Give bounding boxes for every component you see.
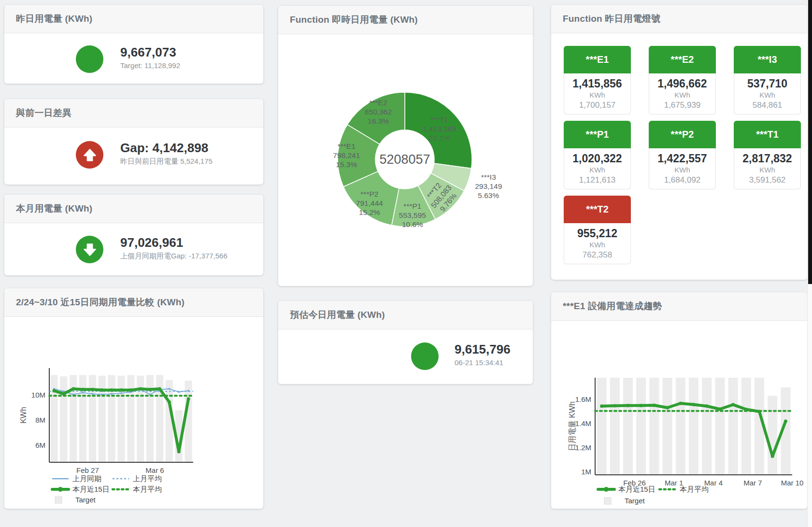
device-tile-body: 1,415,856KWh1,700,157	[564, 73, 631, 114]
status-circle-green-icon	[76, 45, 103, 73]
svg-text:***P2: ***P2	[360, 190, 378, 198]
device-tile-body: 1,020,322KWh1,121,613	[564, 148, 631, 189]
device-tile-unit: KWh	[759, 90, 775, 100]
realtime-usage-donut-chart: ***T11,413,18327.1%***I3293,1495.63%***T…	[278, 33, 533, 285]
page-scrollbar-thumb[interactable]	[808, 0, 812, 284]
device-tile-unit: KWh	[674, 90, 690, 100]
svg-text:Mar 6: Mar 6	[145, 466, 164, 474]
card-month-header: 本月用電量 (KWh)	[4, 195, 263, 223]
day-gap-sub: 昨日與前日用電量 5,524,175	[120, 156, 213, 167]
device-tile-target: 584,861	[753, 100, 782, 111]
target-bar	[728, 378, 738, 475]
arrow-up-circle-icon	[76, 141, 103, 169]
target-bar	[676, 378, 685, 475]
target-bar	[610, 378, 620, 475]
svg-text:10.6%: 10.6%	[402, 220, 423, 228]
estimate-today-value: 9,615,796	[455, 342, 511, 356]
card-donut-header: Function 即時日用電量 (KWh)	[278, 6, 533, 34]
target-bar	[741, 378, 751, 475]
card-estimate-header: 預估今日用電量 (KWh)	[278, 301, 533, 329]
device-light-tiles: ***E11,415,856KWh1,700,157***E21,496,662…	[564, 46, 801, 264]
device-tile-unit: KWh	[589, 240, 605, 250]
svg-text:***E2: ***E2	[370, 99, 387, 107]
card-trend-header: ***E1 設備用電達成趨勢	[551, 292, 807, 321]
card-estimate-title: 預估今日用電量 (KWh)	[290, 309, 385, 321]
device-tile-target: 1,700,157	[579, 100, 616, 111]
legend-item[interactable]: 本月近15日	[52, 485, 110, 493]
yesterday-usage-target: Target: 11,128,992	[120, 60, 180, 71]
svg-text:Mar 7: Mar 7	[743, 479, 762, 487]
svg-text:15.3%: 15.3%	[336, 160, 357, 169]
legend-item[interactable]: Target	[604, 497, 645, 505]
card-lights-title: Function 昨日用電燈號	[563, 13, 660, 25]
svg-text:850,362: 850,362	[365, 108, 392, 116]
svg-text:1.2M: 1.2M	[575, 443, 591, 452]
device-tile-body: 955,212KWh762,358	[564, 223, 631, 264]
target-bar	[636, 378, 646, 475]
page-scrollbar-track[interactable]	[807, 0, 812, 527]
svg-text:***P1: ***P1	[403, 202, 421, 210]
device-tile-status-header: ***P2	[649, 121, 716, 148]
target-bar	[597, 378, 607, 475]
card-day-gap: 與前一日差異 Gap: 4,142,898 昨日與前日用電量 5,524,175	[4, 99, 263, 185]
legend-item[interactable]: 上月平均	[113, 474, 162, 483]
device-tile-value: 1,020,322	[572, 152, 622, 165]
device-tile-unit: KWh	[589, 90, 605, 100]
device-tile-T1: ***T12,817,832KWh3,591,562	[734, 121, 801, 189]
legend-item[interactable]: 上月同期	[52, 474, 101, 483]
device-tile-value: 2,817,832	[742, 152, 792, 165]
device-tile-status-header: ***T2	[564, 196, 631, 223]
compare-15d-chart: 6M8M10MFeb 27Mar 6KWh上月同期上月平均本月近15日本月平均T…	[4, 318, 263, 509]
svg-text:本月近15日: 本月近15日	[618, 485, 655, 493]
target-bar	[689, 378, 698, 475]
svg-text:6M: 6M	[35, 441, 45, 449]
svg-text:16.3%: 16.3%	[368, 117, 389, 125]
svg-text:293,149: 293,149	[475, 182, 502, 190]
device-tile-E2: ***E21,496,662KWh1,675,939	[649, 46, 716, 114]
device-tile-value: 1,496,662	[657, 77, 707, 90]
svg-text:Target: Target	[625, 497, 645, 505]
target-bar	[623, 378, 633, 475]
device-tile-body: 2,817,832KWh3,591,562	[734, 148, 801, 189]
card-yesterday-usage: 昨日用電量 (KWh) 9,667,073 Target: 11,128,992	[4, 5, 263, 84]
legend-item[interactable]: Target	[55, 496, 96, 504]
svg-text:791,444: 791,444	[356, 199, 383, 207]
svg-text:10M: 10M	[31, 391, 45, 399]
svg-text:15.2%: 15.2%	[359, 208, 380, 216]
card-day-gap-header: 與前一日差異	[4, 99, 263, 128]
legend-item[interactable]: 本月平均	[113, 485, 162, 493]
donut-center-total: 5208057	[379, 152, 430, 167]
card-trend-title: ***E1 設備用電達成趨勢	[563, 300, 662, 313]
svg-text:1.4M: 1.4M	[575, 419, 591, 427]
device-tile-target: 1,675,939	[664, 100, 701, 111]
svg-text:1.6M: 1.6M	[575, 395, 591, 403]
target-bar	[702, 378, 712, 475]
device-tile-unit: KWh	[759, 165, 775, 175]
svg-text:Target: Target	[75, 496, 96, 504]
device-tile-T2: ***T2955,212KWh762,358	[564, 196, 631, 264]
target-bar	[768, 396, 777, 475]
device-tile-P1: ***P11,020,322KWh1,121,613	[564, 121, 631, 189]
svg-text:上月平均: 上月平均	[133, 474, 162, 483]
target-bar	[185, 381, 192, 462]
device-tile-status-header: ***E2	[649, 46, 716, 73]
device-tile-target: 1,121,613	[579, 175, 616, 185]
card-month-title: 本月用電量 (KWh)	[16, 202, 92, 215]
device-tile-status-header: ***E1	[564, 46, 631, 73]
target-bar	[715, 378, 725, 475]
svg-text:553,595: 553,595	[399, 211, 426, 219]
svg-text:***I3: ***I3	[481, 173, 496, 181]
card-yesterday-header: 昨日用電量 (KWh)	[4, 5, 263, 33]
legend-item[interactable]: 本月近15日	[598, 485, 655, 493]
svg-text:27.1%: 27.1%	[429, 134, 450, 142]
target-bar	[649, 378, 659, 475]
device-tile-unit: KWh	[589, 165, 605, 175]
device-tile-target: 3,591,562	[749, 175, 786, 185]
device-tile-value: 1,422,557	[657, 152, 707, 165]
device-tile-status-header: ***T1	[734, 121, 801, 148]
card-realtime-donut: Function 即時日用電量 (KWh) ***T11,413,18327.1…	[278, 6, 533, 286]
device-tile-body: 1,496,662KWh1,675,939	[649, 73, 716, 114]
arrow-down-circle-icon	[76, 236, 103, 263]
svg-text:798,241: 798,241	[333, 151, 360, 159]
svg-text:上月同期: 上月同期	[72, 474, 101, 483]
